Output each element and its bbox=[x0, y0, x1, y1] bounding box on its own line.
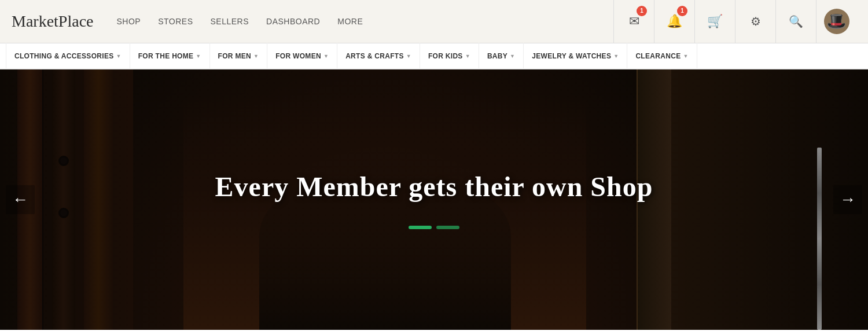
settings-button[interactable]: ⚙ bbox=[735, 0, 775, 43]
notifications-button[interactable]: 🔔 1 bbox=[654, 0, 694, 43]
avatar: 🎩 bbox=[824, 9, 849, 34]
nav-more[interactable]: MORE bbox=[337, 17, 363, 26]
chevron-down-icon: ▼ bbox=[116, 53, 122, 59]
logo-part1: Market bbox=[12, 12, 58, 30]
cat-for-kids[interactable]: FOR KIDS ▼ bbox=[420, 43, 479, 69]
chevron-down-icon: ▼ bbox=[196, 53, 201, 59]
header-icons: ✉ 1 🔔 1 🛒 0 ⚙ 🔍 🎩 bbox=[613, 0, 856, 43]
cat-clothing-accessories[interactable]: CLOTHING & ACCESSORIES ▼ bbox=[6, 43, 130, 69]
category-nav: CLOTHING & ACCESSORIES ▼ FOR THE HOME ▼ … bbox=[0, 43, 868, 69]
cat-clearance-label: CLEARANCE bbox=[635, 52, 681, 60]
messages-badge: 1 bbox=[637, 6, 647, 16]
chevron-down-icon: ▼ bbox=[323, 53, 329, 59]
nav-sellers[interactable]: SELLERS bbox=[211, 17, 249, 26]
search-button[interactable]: 🔍 bbox=[775, 0, 816, 43]
chevron-down-icon: ▼ bbox=[465, 53, 470, 59]
hero-section: Every Member gets their own Shop ← → bbox=[0, 69, 868, 330]
cat-for-men[interactable]: FOR MEN ▼ bbox=[210, 43, 268, 69]
settings-icon: ⚙ bbox=[751, 14, 761, 28]
cat-arts-crafts-label: ARTS & CRAFTS bbox=[345, 52, 404, 60]
right-arrow-icon: → bbox=[840, 190, 856, 209]
messages-button[interactable]: ✉ 1 bbox=[613, 0, 654, 43]
chevron-down-icon: ▼ bbox=[406, 53, 411, 59]
nav-dashboard[interactable]: DASHBOARD bbox=[266, 17, 320, 26]
cat-baby-label: BABY bbox=[487, 52, 507, 60]
notifications-badge: 1 bbox=[677, 6, 687, 16]
user-avatar-icon: 🎩 bbox=[826, 13, 847, 30]
chevron-down-icon: ▼ bbox=[510, 53, 515, 59]
chevron-down-icon: ▼ bbox=[253, 53, 259, 59]
cat-baby[interactable]: BABY ▼ bbox=[479, 43, 524, 69]
cat-for-the-home[interactable]: FOR THE HOME ▼ bbox=[130, 43, 210, 69]
left-arrow-icon: ← bbox=[12, 190, 28, 209]
cat-clearance[interactable]: CLEARANCE ▼ bbox=[627, 43, 697, 69]
cat-for-women-label: FOR WOMEN bbox=[275, 52, 321, 60]
logo-part2: Place bbox=[58, 12, 94, 30]
main-nav: SHOP STORES SELLERS DASHBOARD MORE bbox=[117, 17, 614, 26]
cat-jewelry-watches-label: JEWELRY & WATCHES bbox=[532, 52, 611, 60]
logo[interactable]: MarketPlace bbox=[12, 12, 94, 31]
hero-next-button[interactable]: → bbox=[833, 185, 862, 214]
cat-for-men-label: FOR MEN bbox=[218, 52, 251, 60]
chevron-down-icon: ▼ bbox=[613, 53, 619, 59]
cat-clothing-accessories-label: CLOTHING & ACCESSORIES bbox=[14, 52, 114, 60]
cart-icon: 🛒 bbox=[707, 14, 723, 29]
chevron-down-icon: ▼ bbox=[683, 53, 688, 59]
cat-for-the-home-label: FOR THE HOME bbox=[138, 52, 194, 60]
nav-shop[interactable]: SHOP bbox=[117, 17, 141, 26]
nav-stores[interactable]: STORES bbox=[158, 17, 193, 26]
hero-dot-1[interactable] bbox=[409, 226, 432, 229]
hero-prev-button[interactable]: ← bbox=[6, 185, 35, 214]
cat-arts-crafts[interactable]: ARTS & CRAFTS ▼ bbox=[337, 43, 420, 69]
search-icon: 🔍 bbox=[789, 14, 803, 28]
hero-content: Every Member gets their own Shop bbox=[215, 171, 653, 229]
cart-button[interactable]: 🛒 0 bbox=[694, 0, 735, 43]
messages-icon: ✉ bbox=[629, 14, 639, 29]
notifications-icon: 🔔 bbox=[667, 14, 682, 29]
cat-jewelry-watches[interactable]: JEWELRY & WATCHES ▼ bbox=[524, 43, 627, 69]
hero-dots bbox=[215, 226, 653, 229]
hero-title: Every Member gets their own Shop bbox=[215, 171, 653, 203]
hero-dot-2[interactable] bbox=[436, 226, 459, 229]
cat-for-women[interactable]: FOR WOMEN ▼ bbox=[267, 43, 337, 69]
avatar-button[interactable]: 🎩 bbox=[816, 0, 856, 43]
header: MarketPlace SHOP STORES SELLERS DASHBOAR… bbox=[0, 0, 868, 43]
cat-for-kids-label: FOR KIDS bbox=[428, 52, 463, 60]
